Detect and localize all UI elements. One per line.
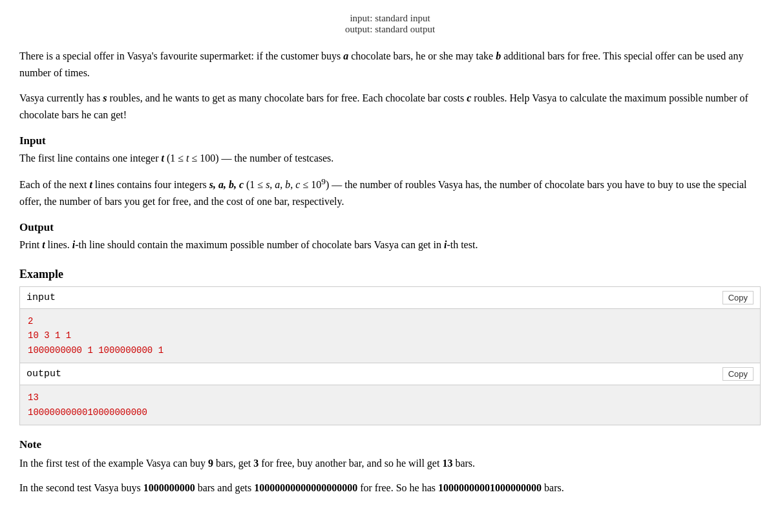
input-line: input: standard input — [19, 13, 761, 24]
output-code-block: output Copy 13 1000000000010000000000 — [19, 363, 761, 425]
note-num2: 3 — [253, 458, 258, 469]
input-line-1: 2 — [28, 314, 752, 328]
input-code-header: input Copy — [20, 287, 760, 309]
var-i: i — [72, 239, 75, 250]
input-code-body: 2 10 3 1 1 1000000000 1 1000000000 1 — [20, 309, 760, 363]
vars-sabcs: s, a, b, c — [209, 179, 244, 190]
input-section-title: Input — [19, 134, 761, 147]
output-section-body: Print t lines. i-th line should contain … — [19, 237, 761, 253]
var-a: a — [343, 50, 348, 61]
output-code-header: output Copy — [20, 363, 760, 385]
note-num5: 10000000000000000000 — [254, 482, 357, 493]
var-t2: t — [89, 179, 92, 190]
var-b: b — [496, 50, 501, 61]
note-num4: 1000000000 — [143, 482, 195, 493]
output-line-2: 1000000000010000000000 — [28, 405, 752, 420]
output-code-body: 13 1000000000010000000000 — [20, 385, 760, 425]
var-c: c — [467, 92, 471, 103]
input-code-block: input Copy 2 10 3 1 1 1000000000 1 10000… — [19, 286, 761, 363]
output-section-title: Output — [19, 221, 761, 234]
input-section-body: The first line contains one integer t (1… — [19, 150, 761, 167]
note-para2: In the second test Vasya buys 1000000000… — [19, 480, 761, 496]
input-section-body2: Each of the next t lines contains four i… — [19, 175, 761, 210]
input-line-3: 1000000000 1 1000000000 1 — [28, 343, 752, 357]
output-label: output — [26, 368, 61, 379]
note-num3: 13 — [442, 458, 452, 469]
problem-para2: Vasya currently has s roubles, and he wa… — [19, 90, 761, 123]
input-label: input — [26, 292, 56, 303]
note-para1: In the first test of the example Vasya c… — [19, 455, 761, 472]
problem-para1: There is a special offer in Vasya's favo… — [19, 48, 761, 81]
var-i2: i — [444, 239, 447, 250]
var-t: t — [161, 153, 163, 164]
copy-input-button[interactable]: Copy — [722, 291, 754, 304]
example-title: Example — [19, 268, 761, 281]
output-line: output: standard output — [19, 24, 761, 35]
var-s: s — [103, 92, 107, 103]
note-num1: 9 — [208, 458, 213, 469]
input-line-2: 10 3 1 1 — [28, 328, 752, 343]
copy-output-button[interactable]: Copy — [722, 367, 754, 381]
var-t3: t — [42, 239, 45, 250]
note-title: Note — [19, 438, 761, 451]
output-line-1: 13 — [28, 390, 752, 405]
note-num6: 10000000001000000000 — [438, 482, 542, 493]
